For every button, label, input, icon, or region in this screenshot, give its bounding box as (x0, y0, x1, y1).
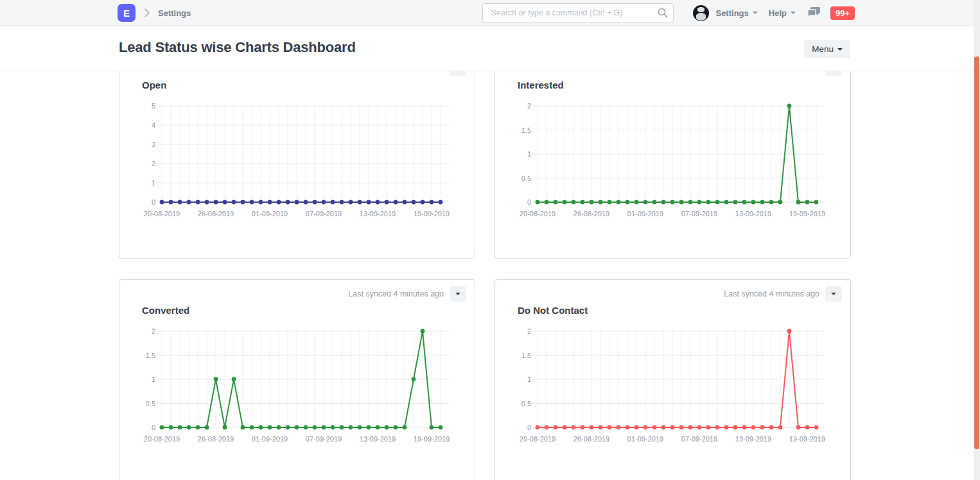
data-point[interactable] (742, 425, 747, 430)
data-point[interactable] (367, 425, 371, 430)
data-point[interactable] (661, 425, 666, 430)
data-point[interactable] (376, 425, 380, 430)
data-point[interactable] (778, 200, 783, 205)
data-point[interactable] (205, 425, 209, 430)
data-point[interactable] (599, 425, 603, 430)
data-point[interactable] (439, 425, 443, 430)
data-point[interactable] (572, 200, 576, 205)
data-point[interactable] (250, 425, 254, 430)
data-point[interactable] (796, 200, 801, 205)
data-point[interactable] (697, 200, 702, 205)
data-point[interactable] (394, 200, 398, 205)
data-point[interactable] (187, 200, 191, 205)
data-point[interactable] (706, 200, 711, 205)
user-avatar[interactable] (693, 5, 709, 21)
data-point[interactable] (536, 425, 540, 430)
data-point[interactable] (349, 425, 353, 430)
data-point[interactable] (814, 200, 819, 205)
notification-badge[interactable]: 99+ (830, 6, 855, 20)
data-point[interactable] (536, 200, 540, 205)
search-input[interactable] (482, 3, 674, 22)
data-point[interactable] (572, 425, 576, 430)
data-point[interactable] (608, 425, 612, 430)
data-point[interactable] (259, 200, 263, 205)
data-point[interactable] (223, 200, 227, 205)
data-point[interactable] (358, 425, 362, 430)
data-point[interactable] (787, 329, 792, 334)
data-point[interactable] (232, 377, 236, 382)
data-point[interactable] (805, 200, 810, 205)
settings-dropdown[interactable]: Settings (715, 8, 757, 18)
data-point[interactable] (769, 200, 774, 205)
chart-menu-button[interactable] (825, 71, 842, 76)
data-point[interactable] (304, 200, 308, 205)
data-point[interactable] (403, 200, 407, 205)
data-point[interactable] (742, 200, 747, 205)
data-point[interactable] (295, 200, 299, 205)
data-point[interactable] (814, 425, 819, 430)
data-point[interactable] (581, 200, 585, 205)
data-point[interactable] (205, 200, 209, 205)
data-point[interactable] (751, 200, 756, 205)
data-point[interactable] (751, 425, 756, 430)
data-point[interactable] (295, 425, 299, 430)
data-point[interactable] (760, 425, 765, 430)
data-point[interactable] (643, 425, 648, 430)
data-point[interactable] (196, 425, 200, 430)
data-point[interactable] (394, 425, 398, 430)
data-point[interactable] (724, 425, 729, 430)
data-point[interactable] (617, 200, 621, 205)
data-point[interactable] (554, 425, 558, 430)
data-point[interactable] (715, 200, 720, 205)
data-point[interactable] (232, 200, 236, 205)
data-point[interactable] (652, 200, 657, 205)
data-point[interactable] (697, 425, 702, 430)
data-point[interactable] (367, 200, 371, 205)
menu-button[interactable]: Menu (804, 40, 850, 58)
data-point[interactable] (760, 200, 765, 205)
data-point[interactable] (286, 425, 290, 430)
data-point[interactable] (617, 425, 621, 430)
data-point[interactable] (715, 425, 720, 430)
data-point[interactable] (545, 425, 549, 430)
data-point[interactable] (634, 425, 639, 430)
data-point[interactable] (349, 200, 353, 205)
data-point[interactable] (358, 200, 362, 205)
data-point[interactable] (679, 200, 684, 205)
data-point[interactable] (250, 200, 254, 205)
data-point[interactable] (214, 377, 218, 382)
data-point[interactable] (376, 200, 380, 205)
data-point[interactable] (178, 200, 182, 205)
data-point[interactable] (160, 425, 164, 430)
data-point[interactable] (313, 425, 317, 430)
scrollbar-thumb[interactable] (974, 56, 979, 449)
data-point[interactable] (331, 425, 335, 430)
data-point[interactable] (733, 425, 738, 430)
data-point[interactable] (268, 200, 272, 205)
data-point[interactable] (634, 200, 639, 205)
data-point[interactable] (430, 200, 434, 205)
data-point[interactable] (688, 425, 693, 430)
data-point[interactable] (286, 200, 290, 205)
data-point[interactable] (554, 200, 558, 205)
data-point[interactable] (196, 200, 200, 205)
data-point[interactable] (778, 425, 783, 430)
data-point[interactable] (724, 200, 729, 205)
data-point[interactable] (599, 200, 603, 205)
data-point[interactable] (277, 200, 281, 205)
data-point[interactable] (412, 200, 416, 205)
data-point[interactable] (277, 425, 281, 430)
data-point[interactable] (769, 425, 774, 430)
data-point[interactable] (787, 104, 792, 108)
chat-icon[interactable] (807, 7, 820, 19)
data-point[interactable] (805, 425, 810, 430)
chart-menu-button[interactable] (450, 71, 466, 76)
data-point[interactable] (733, 200, 738, 205)
data-point[interactable] (322, 200, 326, 205)
data-point[interactable] (679, 425, 684, 430)
data-point[interactable] (430, 425, 434, 430)
data-point[interactable] (160, 200, 164, 205)
data-point[interactable] (421, 200, 425, 205)
data-point[interactable] (385, 200, 389, 205)
data-point[interactable] (259, 425, 263, 430)
